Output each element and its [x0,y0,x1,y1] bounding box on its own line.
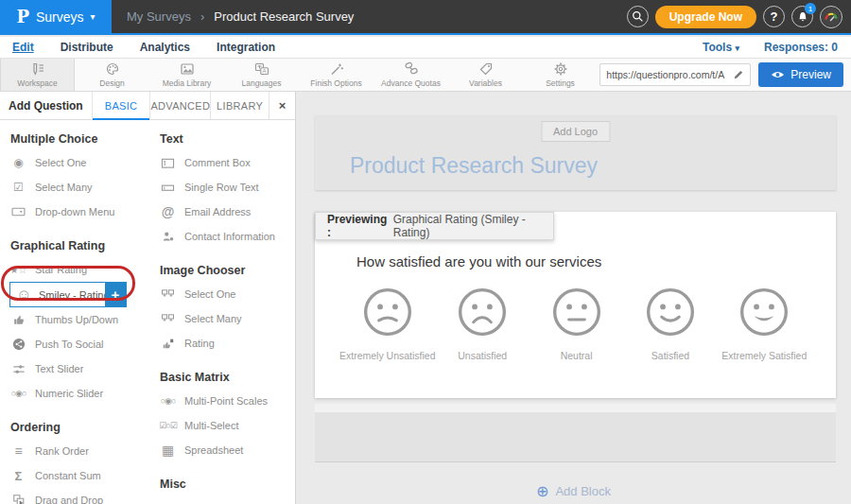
dragdrop-icon [9,494,27,504]
toolbar-variables[interactable]: Variables [448,59,523,91]
smiley-option-extremely-satisfied[interactable]: Extremely Satisfied [718,286,811,361]
toolbar-design[interactable]: Design [75,59,149,91]
tools-dropdown[interactable]: Tools ▾ [703,41,739,54]
smiley-option-neutral[interactable]: Neutral [530,286,623,361]
qtype-text-slider[interactable]: Text Slider [9,356,149,381]
add-question-panel: Add Question BASIC ADVANCED LIBRARY × Mu… [0,92,296,504]
builder-toolbar: Workspace Design Media Library A Languag… [0,59,851,92]
circle-plus-icon: ⊕ [536,482,548,500]
qtype-constant-sum[interactable]: Σ Constant Sum [9,463,149,488]
qtype-multi-select[interactable]: ☑○☑ Multi-Select [159,413,287,438]
close-panel-button[interactable]: × [269,92,295,119]
add-block-button[interactable]: ⊕ Add Block [296,482,851,500]
smiley-face-slight-frown-icon [361,286,414,339]
dropdown-icon [9,206,27,217]
upgrade-now-button[interactable]: Upgrade Now [655,6,756,28]
edit-pencil-icon[interactable] [733,69,744,80]
toolbar-languages[interactable]: A Languages [224,59,299,91]
qtype-single-row-text[interactable]: Single Row Text [159,175,287,200]
tag-icon [478,61,494,77]
thumb-icon [9,313,27,326]
breadcrumb-my-surveys[interactable]: My Surveys [127,9,191,24]
multiselect-icon: ☑○☑ [159,421,177,430]
qtype-push-to-social[interactable]: Push To Social [9,332,149,356]
qtype-select-many[interactable]: ☑ Select Many [9,175,149,200]
add-logo-button[interactable]: Add Logo [541,121,610,142]
top-header: P Surveys ▾ My Surveys › Product Researc… [0,0,851,35]
tab-advanced[interactable]: ADVANCED [149,92,210,119]
smiley-face-big-smile-icon [738,286,790,339]
section-graphical-rating: Graphical Rating [10,239,149,252]
qtype-image-select-many[interactable]: Select Many [159,306,287,331]
toolbar-finish-options[interactable]: Finish Options [299,59,373,91]
survey-url-input[interactable] [606,69,729,80]
smiley-option-unsatisfied[interactable]: Unsatisfied [436,286,530,361]
section-image-chooser: Image Chooser [160,264,287,277]
section-multiple-choice: Multiple Choice [10,132,149,146]
surveys-app-dropdown[interactable]: P Surveys ▾ [0,0,112,33]
add-smiley-question-button[interactable]: + [105,283,126,306]
qtype-image-select-one[interactable]: Select One [159,282,287,306]
smiley-icon: ☺ [15,287,33,304]
search-button[interactable] [627,6,649,27]
qtype-multi-point-scales[interactable]: ○◉○ Multi-Point Scales [159,389,287,413]
responses-link[interactable]: Responses: 0 [764,41,838,54]
image-rating-icon [159,338,177,350]
gauge-avatar-icon [821,7,842,27]
user-avatar[interactable] [820,6,842,28]
app-label: Surveys [36,9,84,25]
section-misc: Misc [160,478,287,491]
toolbar-advance-quotas[interactable]: Advance Quotas [373,59,448,91]
qtype-dropdown-menu[interactable]: Drop-down Menu [9,200,149,224]
breadcrumb: My Surveys › Product Research Survey [127,9,354,24]
qtype-thumbs-up-down[interactable]: Thumbs Up/Down [9,307,149,332]
help-icon: ? [771,9,778,24]
qtype-spreadsheet[interactable]: ▦ Spreadsheet [159,438,287,462]
section-text: Text [160,132,287,146]
caret-down-icon: ▾ [91,11,96,22]
smiley-face-smile-icon [644,286,697,339]
tab-library[interactable]: LIBRARY [210,92,269,119]
qtype-drag-and-drop[interactable]: Drag and Drop [9,488,149,504]
tab-integration[interactable]: Integration [217,41,275,54]
question-text[interactable]: How satisfied are you with our services [356,253,601,269]
toolbar-workspace[interactable]: Workspace [0,59,75,91]
smiley-option-extremely-unsatisfied[interactable]: Extremely Unsatisfied [339,286,436,361]
breadcrumb-current-survey: Product Research Survey [214,9,354,24]
tab-basic[interactable]: BASIC [92,92,150,119]
commentbox-icon [159,157,177,169]
qtype-email-address[interactable]: @ Email Address [159,200,287,224]
survey-title[interactable]: Product Research Survey [350,153,598,179]
smiley-face-neutral-icon [550,286,603,339]
qtype-smiley-rating-selected[interactable]: ☺ Smiley - Rating + [9,282,127,307]
multipoint-icon: ○◉○ [159,396,177,406]
empty-block-placeholder [315,404,836,462]
qtype-contact-information[interactable]: Contact Information [159,224,287,249]
qtype-image-rating[interactable]: Rating [159,331,287,356]
survey-header-card: Add Logo Product Research Survey [315,115,836,190]
image-select-many-icon [159,313,177,324]
spreadsheet-icon: ▦ [159,443,177,458]
toolbar-settings[interactable]: Settings [523,59,598,91]
qtype-comment-box[interactable]: Comment Box [159,150,287,175]
rank-order-icon: ≡ [9,443,27,459]
survey-canvas: Add Logo Product Research Survey Preview… [296,92,851,504]
star-icon: ★☆ [9,265,27,275]
tab-distribute[interactable]: Distribute [61,41,113,54]
section-basic-matrix: Basic Matrix [160,371,287,384]
at-icon: @ [159,204,177,219]
translate-icon: A [254,61,269,77]
qtype-rank-order[interactable]: ≡ Rank Order [9,439,149,463]
help-button[interactable]: ? [763,6,785,27]
tab-edit[interactable]: Edit [12,41,34,54]
toolbar-media-library[interactable]: Media Library [149,59,224,91]
question-preview-card: Previewing : Graphical Rating (Smiley - … [315,212,836,398]
search-icon [632,10,644,23]
notifications-button[interactable]: 1 [791,6,813,27]
qtype-star-rating[interactable]: ★☆ Star Rating [9,257,149,282]
qtype-select-one[interactable]: ◉ Select One [9,150,149,175]
qtype-numeric-slider[interactable]: ○◉○ Numeric Slider [9,381,149,406]
smiley-option-satisfied[interactable]: Satisfied [623,286,717,361]
tab-analytics[interactable]: Analytics [140,41,190,54]
preview-button[interactable]: Preview [758,62,843,87]
